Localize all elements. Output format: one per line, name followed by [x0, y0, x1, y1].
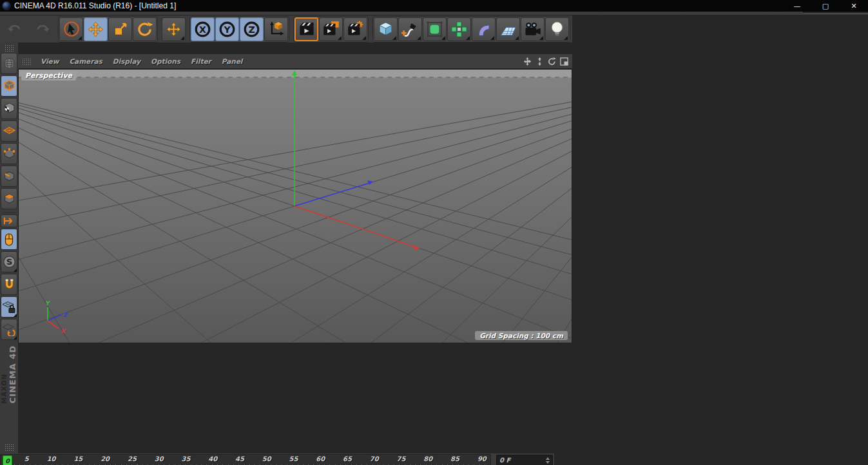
texture-mode-icon [3, 102, 16, 115]
viewport-main: ViewCamerasDisplayOptionsFilterPanel [18, 54, 572, 343]
render-settings-icon [347, 21, 364, 37]
subdivision-surface-icon [426, 21, 443, 38]
timeline-playhead[interactable]: 0 [3, 455, 12, 465]
cube-icon [377, 21, 394, 38]
viewport-menu-item[interactable]: Filter [191, 57, 211, 65]
viewport-menu-item[interactable]: Options [151, 57, 180, 65]
timeline-tick-label: 60 [316, 455, 325, 462]
texture-mode-button[interactable] [1, 98, 17, 119]
render-picture-viewer-icon [323, 21, 340, 37]
undo-button[interactable] [3, 17, 26, 41]
palette-drag-handle[interactable] [5, 44, 14, 52]
svg-text:Y: Y [45, 300, 51, 307]
maxon-logo: MAXON [1, 374, 8, 404]
make-editable-button[interactable] [1, 53, 17, 74]
viewport-canvas[interactable]: Y Z X Perspective Grid Spacing : 100 cm [18, 69, 572, 343]
render-to-picture-viewer-button[interactable] [319, 17, 343, 41]
minimize-button[interactable]: — [783, 0, 811, 12]
zoom-view-icon[interactable] [535, 57, 544, 66]
deformer-button[interactable] [472, 17, 496, 41]
maximize-button[interactable]: ▢ [811, 0, 840, 12]
title-bar: CINEMA 4D R16.011 Studio (R16) - [Untitl… [0, 0, 868, 12]
z-axis-icon: Z [243, 21, 260, 38]
viewport-menu-item[interactable]: Panel [222, 57, 243, 65]
rotate-icon [137, 21, 153, 37]
app-logo-icon [2, 1, 11, 10]
polygons-mode-icon [3, 192, 16, 205]
timeline-tick-label: 40 [208, 455, 217, 462]
timeline-tick-label: 90 [477, 455, 487, 462]
svg-text:Y: Y [223, 24, 231, 34]
timeline-tick-label: 25 [128, 455, 137, 462]
enable-axis-icon [3, 216, 15, 225]
points-mode-button[interactable] [1, 143, 17, 164]
viewport-menu-item[interactable]: Cameras [69, 57, 102, 65]
palette-drag-handle[interactable] [5, 444, 14, 451]
viewport-drag-handle[interactable] [22, 58, 32, 65]
cloner-button[interactable] [447, 17, 471, 41]
timeline-tick-label: 70 [370, 455, 379, 462]
svg-text:Z: Z [248, 24, 255, 34]
model-mode-button[interactable] [1, 75, 17, 97]
workplane-mode-button[interactable] [1, 120, 17, 142]
lock-workplane-button[interactable] [1, 296, 17, 318]
planar-workplane-icon [3, 323, 16, 336]
edges-mode-button[interactable] [1, 166, 17, 187]
move-tool-button[interactable] [84, 17, 108, 41]
coordinate-system-button[interactable] [264, 17, 288, 41]
enable-snap-button[interactable] [1, 274, 17, 295]
timeline-tick-label: 50 [262, 455, 271, 462]
camera-label[interactable]: Perspective [21, 71, 76, 81]
viewport-menu-item[interactable]: View [41, 57, 59, 65]
pan-view-icon[interactable] [523, 57, 532, 66]
close-button[interactable]: ✕ [840, 0, 868, 12]
polygons-mode-button[interactable] [1, 188, 17, 209]
timeline-tick-label: 10 [47, 455, 56, 462]
floor-button[interactable] [496, 17, 520, 41]
divider [2, 213, 16, 213]
snap-settings-button[interactable]: S [1, 251, 17, 272]
cinema4d-logo: CINEMA 4D [8, 345, 17, 404]
viewport-grid: Y Z X [19, 70, 572, 343]
timeline-tick-label: 35 [181, 455, 190, 462]
viewport-solo-button[interactable] [1, 229, 17, 250]
render-view-icon [298, 21, 315, 37]
redo-icon [35, 21, 50, 37]
model-mode-icon [3, 79, 16, 93]
enable-axis-button[interactable] [1, 214, 17, 227]
svg-text:Z: Z [63, 312, 68, 318]
timeline-tick-label: 80 [423, 455, 432, 462]
subdivision-surface-button[interactable] [423, 17, 447, 41]
cinema4d-window: CINEMA 4D R16.011 Studio (R16) - [Untitl… [0, 0, 868, 465]
timeline-ruler[interactable]: 051015202530354045505560657075808590 0 [0, 454, 491, 465]
render-settings-button[interactable] [343, 17, 367, 41]
camera-icon [524, 21, 541, 38]
timeline-tick-label: 45 [235, 455, 244, 462]
toggle-view-icon[interactable] [560, 57, 568, 66]
spline-pen-button[interactable] [398, 17, 422, 41]
move-icon [88, 21, 104, 37]
grid-spacing-label: Grid Spacing : 100 cm [475, 331, 568, 340]
planar-workplane-button[interactable] [1, 319, 17, 340]
lock-x-axis-button[interactable]: X [191, 17, 215, 41]
viewport-menu-item[interactable]: Display [113, 57, 140, 65]
current-frame-field[interactable]: 0 F [496, 455, 553, 465]
scale-tool-button[interactable] [108, 17, 132, 41]
mouse-icon [3, 232, 15, 247]
edges-mode-icon [3, 169, 16, 183]
lock-z-axis-button[interactable]: Z [240, 17, 264, 41]
undo-icon [7, 21, 23, 37]
light-button[interactable] [545, 17, 569, 41]
rotate-view-icon[interactable] [548, 57, 556, 66]
timeline-tick-label: 55 [289, 455, 298, 462]
add-cube-button[interactable] [374, 17, 398, 41]
lock-y-axis-button[interactable]: Y [215, 17, 239, 41]
render-view-button[interactable] [294, 17, 318, 41]
camera-button[interactable] [521, 17, 545, 41]
floor-icon [499, 21, 517, 38]
spinner-arrows-icon[interactable] [546, 457, 550, 464]
rotate-tool-button[interactable] [133, 17, 157, 41]
live-selection-button[interactable] [59, 17, 83, 41]
redo-button[interactable] [30, 17, 54, 41]
last-used-tool-button[interactable] [162, 17, 186, 41]
